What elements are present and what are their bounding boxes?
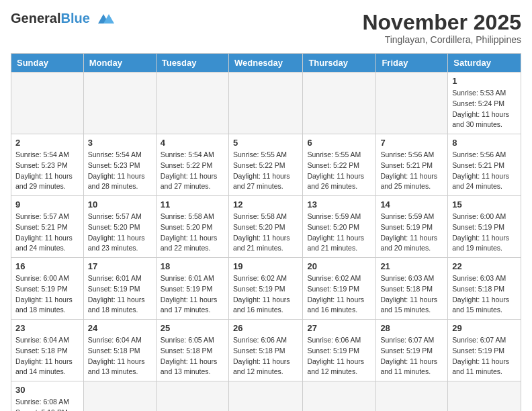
day-number: 23 (15, 323, 79, 333)
calendar-cell: 11Sunrise: 5:58 AM Sunset: 5:20 PM Dayli… (156, 196, 228, 258)
weekday-header-sunday: Sunday (11, 54, 84, 73)
calendar-cell (11, 73, 84, 134)
logo: GeneralBlue (11, 11, 114, 26)
logo-blue-text: Blue (60, 11, 89, 26)
calendar-cell: 23Sunrise: 6:04 AM Sunset: 5:18 PM Dayli… (11, 320, 84, 381)
day-info: Sunrise: 6:07 AM Sunset: 5:19 PM Dayligh… (452, 335, 517, 377)
calendar-cell: 1Sunrise: 5:53 AM Sunset: 5:24 PM Daylig… (448, 73, 521, 134)
calendar-cell: 2Sunrise: 5:54 AM Sunset: 5:23 PM Daylig… (11, 134, 84, 196)
day-info: Sunrise: 5:54 AM Sunset: 5:22 PM Dayligh… (161, 150, 224, 192)
day-number: 18 (161, 261, 224, 271)
day-info: Sunrise: 5:55 AM Sunset: 5:22 PM Dayligh… (307, 150, 371, 192)
weekday-header-tuesday: Tuesday (156, 54, 228, 73)
day-info: Sunrise: 6:00 AM Sunset: 5:19 PM Dayligh… (15, 273, 79, 316)
weekday-header-thursday: Thursday (303, 54, 376, 73)
calendar-cell (303, 73, 376, 134)
weekday-header-wednesday: Wednesday (228, 54, 302, 73)
day-number: 7 (380, 138, 443, 148)
day-info: Sunrise: 5:53 AM Sunset: 5:24 PM Dayligh… (452, 88, 517, 130)
calendar-cell (448, 381, 521, 411)
day-info: Sunrise: 6:01 AM Sunset: 5:19 PM Dayligh… (88, 273, 152, 316)
calendar-cell: 7Sunrise: 5:56 AM Sunset: 5:21 PM Daylig… (376, 134, 448, 196)
day-number: 20 (307, 261, 371, 271)
day-number: 25 (161, 323, 224, 333)
day-info: Sunrise: 6:05 AM Sunset: 5:18 PM Dayligh… (161, 335, 224, 377)
calendar-cell: 26Sunrise: 6:06 AM Sunset: 5:18 PM Dayli… (228, 320, 302, 381)
day-info: Sunrise: 5:56 AM Sunset: 5:21 PM Dayligh… (380, 150, 443, 192)
day-number: 17 (88, 261, 152, 271)
day-info: Sunrise: 5:56 AM Sunset: 5:21 PM Dayligh… (452, 150, 517, 192)
calendar-cell (303, 381, 376, 411)
calendar-cell (156, 381, 228, 411)
calendar-cell (376, 73, 448, 134)
day-number: 11 (161, 199, 224, 210)
day-number: 1 (452, 76, 517, 86)
calendar-cell: 15Sunrise: 6:00 AM Sunset: 5:19 PM Dayli… (448, 196, 521, 258)
day-info: Sunrise: 5:54 AM Sunset: 5:23 PM Dayligh… (15, 150, 79, 192)
day-info: Sunrise: 6:06 AM Sunset: 5:19 PM Dayligh… (307, 335, 371, 377)
calendar-cell: 17Sunrise: 6:01 AM Sunset: 5:19 PM Dayli… (83, 258, 156, 320)
calendar-cell: 12Sunrise: 5:58 AM Sunset: 5:20 PM Dayli… (228, 196, 302, 258)
day-number: 4 (161, 138, 224, 148)
logo-text: GeneralBlue (11, 11, 90, 26)
calendar-cell: 20Sunrise: 6:02 AM Sunset: 5:19 PM Dayli… (303, 258, 376, 320)
day-info: Sunrise: 5:58 AM Sunset: 5:20 PM Dayligh… (233, 212, 298, 254)
calendar-week-row: 9Sunrise: 5:57 AM Sunset: 5:21 PM Daylig… (11, 196, 521, 258)
calendar-week-row: 23Sunrise: 6:04 AM Sunset: 5:18 PM Dayli… (11, 320, 521, 381)
location: Tinglayan, Cordillera, Philippines (362, 34, 521, 45)
day-info: Sunrise: 6:04 AM Sunset: 5:18 PM Dayligh… (15, 335, 79, 377)
calendar-cell: 18Sunrise: 6:01 AM Sunset: 5:19 PM Dayli… (156, 258, 228, 320)
calendar-cell: 5Sunrise: 5:55 AM Sunset: 5:22 PM Daylig… (228, 134, 302, 196)
calendar-cell: 8Sunrise: 5:56 AM Sunset: 5:21 PM Daylig… (448, 134, 521, 196)
day-number: 9 (15, 199, 79, 210)
weekday-header-saturday: Saturday (448, 54, 521, 73)
day-info: Sunrise: 5:57 AM Sunset: 5:21 PM Dayligh… (15, 212, 79, 254)
calendar-cell: 21Sunrise: 6:03 AM Sunset: 5:18 PM Dayli… (376, 258, 448, 320)
calendar-cell: 13Sunrise: 5:59 AM Sunset: 5:20 PM Dayli… (303, 196, 376, 258)
calendar-cell (228, 73, 302, 134)
calendar-cell: 4Sunrise: 5:54 AM Sunset: 5:22 PM Daylig… (156, 134, 228, 196)
calendar-cell (83, 381, 156, 411)
day-info: Sunrise: 5:54 AM Sunset: 5:23 PM Dayligh… (88, 150, 152, 192)
calendar-week-row: 30Sunrise: 6:08 AM Sunset: 5:19 PM Dayli… (11, 381, 521, 411)
calendar-cell: 29Sunrise: 6:07 AM Sunset: 5:19 PM Dayli… (448, 320, 521, 381)
day-number: 13 (307, 199, 371, 210)
day-info: Sunrise: 5:55 AM Sunset: 5:22 PM Dayligh… (233, 150, 298, 192)
day-number: 10 (88, 199, 152, 210)
day-number: 15 (452, 199, 517, 210)
title-block: November 2025 Tinglayan, Cordillera, Phi… (362, 11, 521, 45)
day-number: 3 (88, 138, 152, 148)
day-info: Sunrise: 6:04 AM Sunset: 5:18 PM Dayligh… (88, 335, 152, 377)
page-header: GeneralBlue November 2025 Tinglayan, Cor… (11, 11, 521, 45)
day-number: 28 (380, 323, 443, 333)
calendar-cell: 14Sunrise: 5:59 AM Sunset: 5:19 PM Dayli… (376, 196, 448, 258)
logo-icon (93, 11, 114, 26)
day-number: 24 (88, 323, 152, 333)
calendar-cell: 10Sunrise: 5:57 AM Sunset: 5:20 PM Dayli… (83, 196, 156, 258)
day-info: Sunrise: 6:02 AM Sunset: 5:19 PM Dayligh… (233, 273, 298, 316)
calendar-cell: 19Sunrise: 6:02 AM Sunset: 5:19 PM Dayli… (228, 258, 302, 320)
day-number: 8 (452, 138, 517, 148)
calendar-cell (228, 381, 302, 411)
calendar-cell: 30Sunrise: 6:08 AM Sunset: 5:19 PM Dayli… (11, 381, 84, 411)
month-title: November 2025 (362, 11, 521, 34)
weekday-header-monday: Monday (83, 54, 156, 73)
calendar-cell: 6Sunrise: 5:55 AM Sunset: 5:22 PM Daylig… (303, 134, 376, 196)
day-info: Sunrise: 6:07 AM Sunset: 5:19 PM Dayligh… (380, 335, 443, 377)
day-number: 19 (233, 261, 298, 271)
calendar-cell (156, 73, 228, 134)
calendar-cell: 22Sunrise: 6:03 AM Sunset: 5:18 PM Dayli… (448, 258, 521, 320)
day-number: 12 (233, 199, 298, 210)
day-info: Sunrise: 6:03 AM Sunset: 5:18 PM Dayligh… (380, 273, 443, 316)
calendar-header-row: SundayMondayTuesdayWednesdayThursdayFrid… (11, 54, 521, 73)
day-info: Sunrise: 6:01 AM Sunset: 5:19 PM Dayligh… (161, 273, 224, 316)
calendar-week-row: 1Sunrise: 5:53 AM Sunset: 5:24 PM Daylig… (11, 73, 521, 134)
calendar-cell: 28Sunrise: 6:07 AM Sunset: 5:19 PM Dayli… (376, 320, 448, 381)
day-info: Sunrise: 5:57 AM Sunset: 5:20 PM Dayligh… (88, 212, 152, 254)
day-info: Sunrise: 6:02 AM Sunset: 5:19 PM Dayligh… (307, 273, 371, 316)
calendar-cell: 27Sunrise: 6:06 AM Sunset: 5:19 PM Dayli… (303, 320, 376, 381)
calendar-table: SundayMondayTuesdayWednesdayThursdayFrid… (11, 53, 521, 411)
calendar-cell (376, 381, 448, 411)
day-info: Sunrise: 5:59 AM Sunset: 5:19 PM Dayligh… (380, 212, 443, 254)
day-info: Sunrise: 5:59 AM Sunset: 5:20 PM Dayligh… (307, 212, 371, 254)
